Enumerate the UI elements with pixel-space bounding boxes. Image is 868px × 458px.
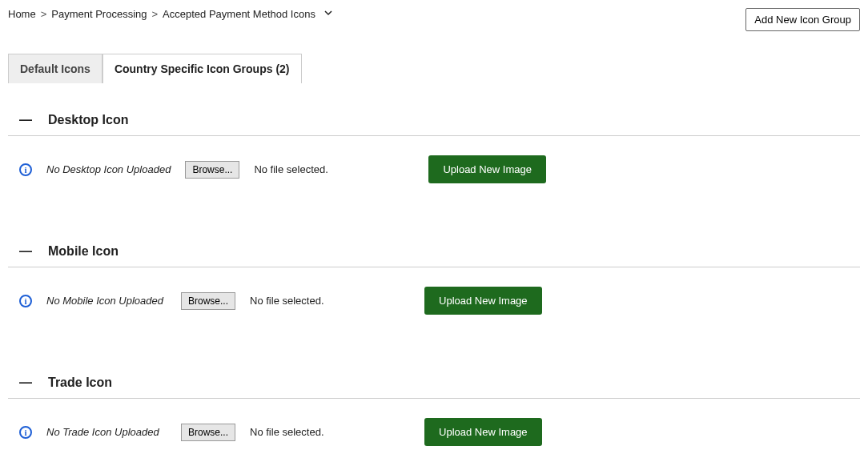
tabs: Default Icons Country Specific Icon Grou…: [8, 54, 860, 84]
upload-status: No Mobile Icon Uploaded: [46, 295, 167, 307]
info-icon[interactable]: i: [19, 426, 32, 439]
section-desktop-icon: — Desktop Icon i No Desktop Icon Uploade…: [8, 108, 860, 183]
add-new-icon-group-button[interactable]: Add New Icon Group: [745, 8, 860, 31]
upload-new-image-button[interactable]: Upload New Image: [424, 287, 542, 315]
breadcrumb-payment[interactable]: Payment Processing: [51, 8, 147, 20]
section-title: Mobile Icon: [48, 244, 119, 259]
collapse-icon[interactable]: —: [19, 376, 32, 390]
collapse-icon[interactable]: —: [19, 244, 32, 259]
breadcrumb-sep-icon: >: [41, 8, 47, 20]
upload-new-image-button[interactable]: Upload New Image: [424, 418, 542, 446]
upload-status: No Desktop Icon Uploaded: [46, 163, 171, 175]
breadcrumb-current[interactable]: Accepted Payment Method Icons: [163, 8, 315, 20]
browse-button[interactable]: Browse...: [185, 161, 239, 179]
upload-status: No Trade Icon Uploaded: [46, 426, 167, 438]
info-icon[interactable]: i: [19, 163, 32, 176]
browse-button[interactable]: Browse...: [181, 292, 235, 310]
file-selected-status: No file selected.: [250, 426, 362, 438]
section-mobile-icon: — Mobile Icon i No Mobile Icon Uploaded …: [8, 239, 860, 315]
section-title: Trade Icon: [48, 376, 112, 390]
file-selected-status: No file selected.: [250, 295, 362, 307]
info-icon[interactable]: i: [19, 295, 32, 307]
breadcrumb: Home > Payment Processing > Accepted Pay…: [8, 8, 333, 20]
file-selected-status: No file selected.: [254, 163, 366, 175]
collapse-icon[interactable]: —: [19, 113, 32, 127]
section-title: Desktop Icon: [48, 113, 128, 127]
tab-default-icons[interactable]: Default Icons: [8, 54, 102, 83]
breadcrumb-sep-icon: >: [152, 8, 159, 20]
chevron-down-icon[interactable]: [323, 8, 333, 20]
tab-country-specific[interactable]: Country Specific Icon Groups (2): [102, 54, 302, 83]
upload-new-image-button[interactable]: Upload New Image: [428, 155, 546, 183]
breadcrumb-home[interactable]: Home: [8, 8, 36, 20]
section-trade-icon: — Trade Icon i No Trade Icon Uploaded Br…: [8, 371, 860, 446]
browse-button[interactable]: Browse...: [181, 424, 235, 441]
